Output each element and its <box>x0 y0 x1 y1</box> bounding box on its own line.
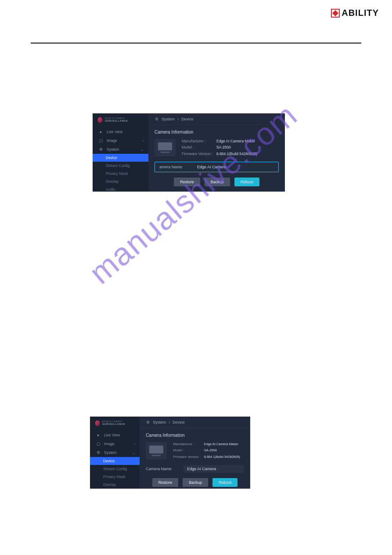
k-manufacturer: Manufacturer : <box>182 139 213 144</box>
nav-sub-label: Overlay <box>103 482 116 487</box>
logo-text: ABILITY <box>342 8 379 18</box>
nav-live-view[interactable]: ▸ Live View <box>93 127 148 136</box>
nav-image[interactable]: ▢ Image › <box>93 136 148 145</box>
restore-button[interactable]: Restore <box>174 178 200 186</box>
panel-title: Camera Information <box>155 130 279 134</box>
header-divider <box>31 43 361 44</box>
gear-icon: ⚙ <box>155 117 159 121</box>
v-manufacturer: Edge AI Camera Maker <box>216 139 257 144</box>
breadcrumb: ⚙ System › Device <box>140 417 250 428</box>
sidebar: EDGE AI CAMERA SURVEILLANCE ▸ Live View … <box>90 417 140 489</box>
nav-sub-device[interactable]: Device <box>90 457 140 465</box>
image-icon: ▢ <box>99 138 103 143</box>
button-row: Restore Backup Reboot <box>146 478 244 487</box>
nav: ▸ Live View ▢ Image › ⚙ System ⌄ Device … <box>90 431 140 489</box>
gear-icon: ⚙ <box>99 147 103 152</box>
panel: Camera Information Manufacturer : Edge A… <box>140 428 250 489</box>
v-model: SA-2500 <box>204 448 240 453</box>
nav-system[interactable]: ⚙ System ⌄ <box>90 448 140 457</box>
nav-live-view[interactable]: ▸ Live View <box>90 431 140 439</box>
info-row: Manufacturer : Edge AI Camera Maker Mode… <box>146 442 244 460</box>
info-kv: Manufacturer : Edge AI Camera Maker Mode… <box>182 139 257 156</box>
brand-bot: SURVEILLANCE <box>102 423 126 425</box>
k-firmware: Firmware Version : <box>173 455 201 460</box>
camera-name-input[interactable] <box>197 165 274 169</box>
chevron-right-icon: › <box>177 117 179 121</box>
reboot-button[interactable]: Reboot <box>212 478 237 487</box>
nav-sub-privacy-mask[interactable]: Privacy Mask <box>90 473 140 481</box>
camera-name-row: amera Name <box>155 162 279 172</box>
brand-text: EDGE AI CAMERA SURVEILLANCE <box>105 118 128 123</box>
k-model: Model : <box>182 145 213 150</box>
chevron-down-icon: ⌄ <box>141 148 144 152</box>
nav-image[interactable]: ▢ Image › <box>90 439 140 448</box>
screenshot-1: EDGE AI CAMERA SURVEILLANCE ▸ Live View … <box>93 113 285 192</box>
v-firmware: 8.884.1(Build 54280505) <box>216 152 257 156</box>
nav-sub-label: Privacy Mask <box>106 171 128 176</box>
nav-label: Image <box>107 138 117 143</box>
main-panel: ⚙ System › Device Camera Information Man… <box>148 113 285 192</box>
nav-sub-label: Device <box>103 459 115 463</box>
nav-sub-label: Privacy Mask <box>103 475 126 479</box>
nav-sub-overlay[interactable]: Overlay <box>90 481 140 489</box>
chevron-right-icon: › <box>134 442 135 446</box>
chevron-down-icon: ⌄ <box>132 451 135 455</box>
crumb-device: Device <box>181 117 194 121</box>
nav-label: Image <box>104 442 115 446</box>
panel: Camera Information Manufacturer : Edge A… <box>148 125 285 192</box>
nav-label: Live View <box>107 130 122 134</box>
nav-label: System <box>107 147 119 152</box>
camera-name-row: Camera Name <box>146 465 244 473</box>
nav: ▸ Live View ▢ Image › ⚙ System ⌄ Device … <box>93 127 148 192</box>
nav-system[interactable]: ⚙ System ⌄ <box>93 145 148 154</box>
nav-sub-audio[interactable]: Audio <box>93 185 148 192</box>
camera-name-label: Camera Name <box>146 467 177 471</box>
k-firmware: Firmware Version : <box>182 152 213 156</box>
nav-sub-privacy-mask[interactable]: Privacy Mask <box>93 170 148 178</box>
brand-mark-icon <box>95 420 100 426</box>
camera-name-label: amera Name <box>159 165 191 169</box>
gear-icon: ⚙ <box>96 450 101 455</box>
play-icon: ▸ <box>96 433 101 437</box>
k-manufacturer: Manufacturer : <box>173 442 201 447</box>
v-manufacturer: Edge AI Camera Maker <box>204 442 240 447</box>
brand-mark-icon <box>98 117 102 123</box>
nav-sub-stream-config[interactable]: Stream Config <box>90 465 140 473</box>
nav-sub-overlay[interactable]: Overlay <box>93 178 148 185</box>
v-firmware: 8.884.1(Build 54280505) <box>204 455 240 460</box>
nav-label: System <box>104 450 116 455</box>
crumb-system[interactable]: System <box>153 420 166 424</box>
crumb-device: Device <box>173 420 185 424</box>
backup-button[interactable]: Backup <box>183 478 208 487</box>
info-kv: Manufacturer : Edge AI Camera Maker Mode… <box>173 442 240 460</box>
main-panel: ⚙ System › Device Camera Information Man… <box>140 417 250 489</box>
backup-button[interactable]: Backup <box>205 178 230 186</box>
play-icon: ▸ <box>99 130 103 134</box>
breadcrumb: ⚙ System › Device <box>148 113 285 125</box>
camera-image-icon <box>155 139 176 156</box>
brand-text: EDGE AI CAMERA SURVEILLANCE <box>102 421 126 426</box>
nav-sub-device[interactable]: Device <box>93 154 148 162</box>
info-row: Manufacturer : Edge AI Camera Maker Mode… <box>155 139 279 156</box>
k-model: Model : <box>173 448 201 453</box>
app-brand: EDGE AI CAMERA SURVEILLANCE <box>90 417 140 431</box>
chevron-right-icon: › <box>169 420 170 424</box>
v-model: SA-2500 <box>216 145 257 150</box>
nav-sub-label: Stream Config <box>103 467 127 471</box>
reboot-button[interactable]: Reboot <box>234 178 259 186</box>
crumb-system[interactable]: System <box>162 117 175 121</box>
logo-mark-icon <box>331 9 340 18</box>
button-row: Restore Backup Reboot <box>155 178 279 186</box>
restore-button[interactable]: Restore <box>152 478 179 487</box>
chevron-right-icon: › <box>143 139 144 143</box>
camera-name-input[interactable] <box>183 465 244 473</box>
nav-sub-label: Audio <box>106 187 115 192</box>
app-brand: EDGE AI CAMERA SURVEILLANCE <box>93 113 148 127</box>
brand-bot: SURVEILLANCE <box>105 120 128 122</box>
nav-sub-label: Stream Config <box>106 163 129 168</box>
nav-sub-stream-config[interactable]: Stream Config <box>93 162 148 170</box>
sidebar: EDGE AI CAMERA SURVEILLANCE ▸ Live View … <box>93 113 148 192</box>
nav-sub-label: Device <box>106 156 117 160</box>
brand-logo: ABILITY <box>331 8 379 18</box>
image-icon: ▢ <box>96 442 101 446</box>
